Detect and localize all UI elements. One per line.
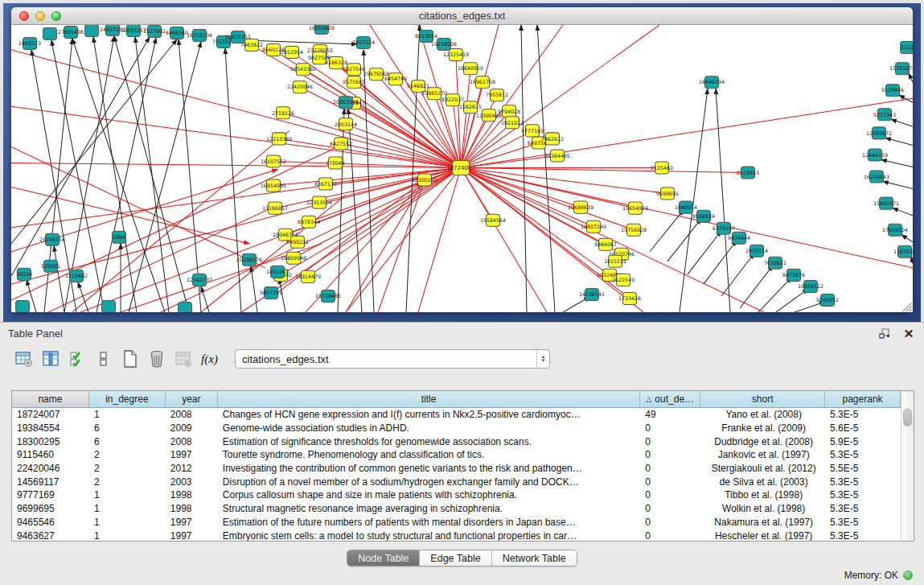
network-edge[interactable] xyxy=(201,286,209,312)
combo-spinner-icon[interactable]: ▲▼ xyxy=(536,350,549,368)
network-node[interactable]: 25206556 xyxy=(39,233,65,245)
network-node[interactable]: 2803144 xyxy=(335,118,357,130)
tab-node-table[interactable]: Node Table xyxy=(347,550,420,566)
network-node[interactable]: 12444159 xyxy=(862,149,888,161)
network-edge[interactable] xyxy=(179,39,201,312)
table-row[interactable]: 911546021997Tourette syndrome. Phenomeno… xyxy=(12,448,901,462)
column-header-year[interactable]: year xyxy=(166,391,218,407)
network-node[interactable] xyxy=(43,28,57,40)
table-selector[interactable]: citations_edges.txt ▲▼ xyxy=(235,349,550,369)
network-edge[interactable] xyxy=(911,257,913,264)
network-node[interactable]: 15692971 xyxy=(873,197,899,209)
network-node[interactable]: 16210643 xyxy=(864,171,889,183)
network-node[interactable]: 9129946 xyxy=(881,84,904,97)
network-node[interactable]: 9474444 xyxy=(728,232,750,244)
network-node[interactable]: 39154 xyxy=(16,268,32,280)
network-node[interactable]: 15654923 xyxy=(622,202,648,214)
network-node[interactable]: 2935114 xyxy=(745,245,768,257)
network-node[interactable]: 12213389 xyxy=(266,133,292,145)
network-node[interactable]: 6466160 xyxy=(166,27,188,39)
table-row[interactable]: 977716911998Corpus callosum shape and si… xyxy=(12,488,901,502)
network-node[interactable] xyxy=(85,25,99,37)
function-builder-icon[interactable]: f(x) xyxy=(199,348,220,370)
network-node[interactable]: 1527002 xyxy=(143,26,166,38)
network-node[interactable]: 1167533 xyxy=(893,245,913,257)
network-node[interactable]: 1964 xyxy=(113,231,126,243)
network-node[interactable]: 2718126 xyxy=(272,107,294,119)
network-node[interactable]: 10688639 xyxy=(568,201,593,213)
network-node[interactable]: 19584564 xyxy=(480,214,506,226)
network-edge[interactable] xyxy=(461,167,748,172)
network-node[interactable]: 170044 xyxy=(326,157,345,169)
window-titlebar[interactable]: citations_edges.txt xyxy=(11,7,913,25)
network-node[interactable]: 8427552 xyxy=(330,138,352,150)
network-node[interactable]: 1640954 xyxy=(675,201,697,213)
resize-grip-icon[interactable] xyxy=(903,303,912,311)
import-table-icon[interactable] xyxy=(172,348,194,370)
network-node[interactable]: 16543382 xyxy=(290,64,316,76)
column-header-title[interactable]: title xyxy=(218,391,641,407)
network-edge[interactable] xyxy=(721,253,754,296)
network-edge[interactable] xyxy=(346,124,461,167)
column-header-name[interactable]: name xyxy=(12,391,89,407)
network-node[interactable]: 1112 xyxy=(901,42,914,54)
network-node[interactable]: 16640910 xyxy=(458,63,483,75)
network-node[interactable]: 9227343 xyxy=(873,109,896,121)
network-node[interactable]: 8215953 xyxy=(737,167,759,179)
column-header-out_de[interactable]: △out_de… xyxy=(640,391,700,407)
network-node[interactable] xyxy=(102,300,116,312)
network-node[interactable]: 7632621 xyxy=(764,257,786,269)
network-node[interactable]: 535001 xyxy=(41,260,60,272)
column-header-short[interactable]: short xyxy=(700,391,825,407)
network-edge[interactable] xyxy=(348,109,362,312)
network-node[interactable]: 17016504 xyxy=(882,224,908,236)
column-header-in_degree[interactable]: in_degree xyxy=(89,391,166,407)
network-edge[interactable] xyxy=(406,25,420,312)
network-node[interactable]: 10654112 xyxy=(798,280,823,292)
network-edge[interactable] xyxy=(716,89,730,312)
table-scrollbar-thumb[interactable] xyxy=(903,409,912,426)
network-edge[interactable] xyxy=(72,39,165,312)
network-node[interactable]: 1733426 xyxy=(618,292,641,304)
network-edge[interactable] xyxy=(885,138,913,145)
zoom-light-icon[interactable] xyxy=(51,11,61,21)
network-node[interactable]: 9115460 xyxy=(651,162,673,174)
network-node[interactable] xyxy=(179,302,192,312)
network-edge[interactable] xyxy=(461,167,581,207)
tab-network-table[interactable]: Network Table xyxy=(492,550,577,566)
network-node[interactable] xyxy=(16,300,30,312)
network-node[interactable]: 12093872 xyxy=(866,127,892,139)
close-light-icon[interactable] xyxy=(19,11,29,21)
network-node[interactable]: 16053809 xyxy=(309,25,335,35)
show-columns-icon[interactable] xyxy=(39,348,61,370)
table-row[interactable]: 2242004622012Investigating the contribut… xyxy=(12,462,901,476)
network-edge[interactable] xyxy=(909,73,913,82)
network-edge[interactable] xyxy=(93,37,137,312)
network-node[interactable]: 9245052 xyxy=(816,294,839,306)
network-node[interactable]: 15751074 xyxy=(889,63,913,75)
network-edge[interactable] xyxy=(901,235,913,242)
network-edge[interactable] xyxy=(650,210,684,252)
network-edge[interactable] xyxy=(72,130,290,312)
column-selection-icon[interactable] xyxy=(66,348,88,370)
network-view-window[interactable]: citations_edges.txt 24055732769140624937… xyxy=(11,7,913,312)
network-edge[interactable] xyxy=(363,50,374,312)
network-node[interactable]: 8878344 xyxy=(298,216,320,228)
network-node[interactable]: 16648794 xyxy=(699,76,725,89)
table-row[interactable]: 1830029562008Estimation of significance … xyxy=(12,435,901,448)
table-row[interactable]: 946362711997Embryonic stem cells: a mode… xyxy=(12,529,901,541)
network-node[interactable]: 1921022 xyxy=(501,117,524,129)
network-edge[interactable] xyxy=(319,167,461,202)
network-edge[interactable] xyxy=(11,50,461,167)
table-scrollbar[interactable] xyxy=(901,391,914,541)
network-node[interactable]: 27691406 xyxy=(58,27,84,39)
network-node[interactable]: 9699695 xyxy=(656,187,679,200)
table-row[interactable]: 1456911722003Disruption of a novel membe… xyxy=(12,475,901,488)
network-edge[interactable] xyxy=(97,38,156,312)
network-edge[interactable] xyxy=(891,119,913,126)
network-edge[interactable] xyxy=(114,36,189,312)
network-node[interactable]: 7857224 xyxy=(352,37,375,49)
network-node[interactable]: 7955812 xyxy=(486,89,508,101)
network-edge[interactable] xyxy=(893,208,913,216)
network-node[interactable]: 14136141 xyxy=(579,288,605,300)
